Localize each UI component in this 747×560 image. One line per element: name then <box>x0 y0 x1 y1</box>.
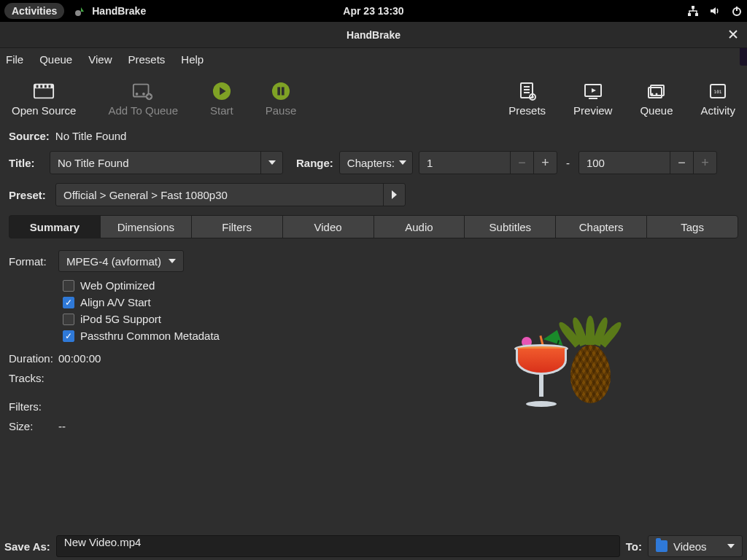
main-toolbar: Open Source Add To Queue Start Pause Pre… <box>0 70 747 122</box>
filters-label: Filters: <box>9 400 58 413</box>
play-right-icon <box>383 184 405 206</box>
align-av-checkbox[interactable]: ✓ Align A/V Start <box>63 296 388 308</box>
system-clock[interactable]: Apr 23 13:30 <box>343 5 403 17</box>
queue-button[interactable]: Queue <box>640 81 673 117</box>
title-label: Title: <box>9 157 44 169</box>
open-source-icon <box>33 81 55 101</box>
tab-audio[interactable]: Audio <box>374 215 465 238</box>
chevron-down-icon <box>399 160 406 165</box>
format-value: MPEG-4 (avformat) <box>66 255 161 268</box>
tab-dimensions[interactable]: Dimensions <box>100 215 191 238</box>
format-select[interactable]: MPEG-4 (avformat) <box>58 250 184 272</box>
size-value: -- <box>58 420 66 432</box>
passthru-checkbox[interactable]: ✓ Passthru Common Metadata <box>63 330 388 342</box>
menu-queue[interactable]: Queue <box>39 53 72 66</box>
app-indicator[interactable]: HandBrake <box>74 5 146 17</box>
tab-filters[interactable]: Filters <box>191 215 282 238</box>
preset-value: Official > General > Fast 1080p30 <box>63 189 228 201</box>
add-to-queue-label: Add To Queue <box>108 104 178 117</box>
open-source-button[interactable]: Open Source <box>12 81 76 117</box>
chevron-down-icon <box>727 544 735 548</box>
tab-summary[interactable]: Summary <box>9 215 100 238</box>
queue-label: Queue <box>640 104 673 117</box>
preview-button[interactable]: Preview <box>573 81 612 117</box>
open-source-label: Open Source <box>12 104 76 117</box>
save-bar: Save As: New Video.mp4 To: Videos <box>0 532 747 560</box>
svg-point-12 <box>136 92 139 95</box>
save-to-label: To: <box>626 540 642 553</box>
svg-rect-18 <box>282 87 285 95</box>
size-label: Size: <box>9 420 58 432</box>
svg-point-16 <box>272 82 290 99</box>
app-indicator-label: HandBrake <box>92 5 146 17</box>
tab-tags[interactable]: Tags <box>646 215 738 238</box>
window-close-button[interactable] <box>725 26 741 42</box>
preset-row: Preset: Official > General > Fast 1080p3… <box>0 180 747 209</box>
svg-rect-8 <box>41 85 43 88</box>
tabs: Summary Dimensions Filters Video Audio S… <box>9 215 738 238</box>
power-icon[interactable] <box>731 5 743 17</box>
svg-rect-1 <box>692 6 694 9</box>
range-mode-value: Chapters: <box>347 157 395 169</box>
menu-view[interactable]: View <box>88 53 112 66</box>
network-icon[interactable] <box>687 5 699 17</box>
source-label: Source: <box>9 130 50 142</box>
ipod-checkbox[interactable]: iPod 5G Support <box>63 313 388 325</box>
window-title: HandBrake <box>347 29 400 41</box>
range-to-spinner[interactable]: 100 − + <box>578 151 717 174</box>
tab-subtitles[interactable]: Subtitles <box>464 215 555 238</box>
save-filename-input[interactable]: New Video.mp4 <box>56 535 620 557</box>
volume-icon[interactable] <box>709 5 721 17</box>
web-optimized-checkbox[interactable]: Web Optimized <box>63 279 388 292</box>
activity-button[interactable]: 101 Activity <box>700 81 735 117</box>
title-select[interactable]: No Title Found <box>50 151 283 174</box>
folder-icon <box>656 540 667 552</box>
chevron-down-icon <box>260 152 282 174</box>
preset-select[interactable]: Official > General > Fast 1080p30 <box>55 183 406 206</box>
format-label: Format: <box>9 255 58 268</box>
increment-button[interactable]: + <box>533 151 557 174</box>
svg-rect-2 <box>688 13 691 16</box>
system-top-bar: Activities HandBrake Apr 23 13:30 <box>0 0 747 22</box>
title-value: No Title Found <box>58 157 129 169</box>
save-destination-button[interactable]: Videos <box>648 535 743 557</box>
preview-label: Preview <box>573 104 612 117</box>
system-tray <box>687 5 743 17</box>
menu-file[interactable]: File <box>6 53 23 66</box>
duration-label: Duration: <box>9 352 58 365</box>
svg-rect-7 <box>36 85 39 88</box>
tab-video[interactable]: Video <box>282 215 374 238</box>
passthru-label: Passthru Common Metadata <box>80 330 220 342</box>
pause-button: Pause <box>266 81 297 117</box>
svg-rect-10 <box>49 85 51 88</box>
start-button: Start <box>210 81 233 117</box>
save-as-label: Save As: <box>4 540 50 553</box>
menu-bar: File Queue View Presets Help <box>0 48 747 70</box>
presets-label: Presets <box>508 104 546 117</box>
range-label: Range: <box>296 157 333 169</box>
svg-rect-11 <box>133 84 149 96</box>
range-separator: - <box>566 157 570 169</box>
menu-help[interactable]: Help <box>181 53 204 66</box>
decrement-button[interactable]: − <box>510 151 533 174</box>
queue-icon <box>646 81 667 101</box>
svg-point-24 <box>651 93 653 95</box>
decrement-button[interactable]: − <box>670 151 693 174</box>
web-optimized-label: Web Optimized <box>80 279 155 292</box>
tab-chapters[interactable]: Chapters <box>555 215 646 238</box>
preview-icon <box>582 81 604 101</box>
checkbox-icon: ✓ <box>63 297 74 308</box>
increment-button[interactable]: + <box>693 151 716 174</box>
window-titlebar: HandBrake <box>0 22 747 48</box>
presets-icon <box>516 81 538 101</box>
handbrake-logo <box>512 316 614 411</box>
menu-presets[interactable]: Presets <box>128 53 165 66</box>
range-from-spinner[interactable]: 1 − + <box>419 151 557 174</box>
source-value: No Title Found <box>55 130 127 142</box>
activities-button[interactable]: Activities <box>4 3 64 19</box>
activity-icon: 101 <box>707 81 729 101</box>
start-label: Start <box>210 104 233 117</box>
summary-pane: Format: MPEG-4 (avformat) Web Optimized … <box>0 238 747 440</box>
range-mode-select[interactable]: Chapters: <box>339 151 413 174</box>
presets-button[interactable]: Presets <box>508 81 546 117</box>
